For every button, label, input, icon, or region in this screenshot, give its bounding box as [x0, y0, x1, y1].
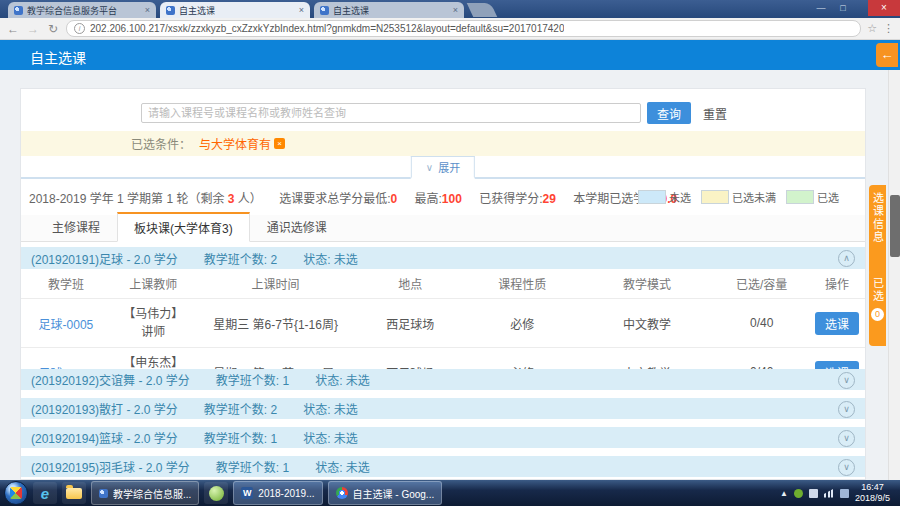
- legend-item: 已选未满: [701, 189, 776, 205]
- class-link[interactable]: 足球-0005: [39, 318, 94, 332]
- taskbar-window-document[interactable]: W 2018-2019...: [233, 481, 322, 505]
- forward-icon[interactable]: →: [26, 22, 40, 36]
- expand-icon[interactable]: ∨: [838, 430, 855, 447]
- course-title: (201920194)篮球 - 2.0 学分: [31, 429, 178, 446]
- tray-app-icon[interactable]: [809, 489, 818, 498]
- course-group-collapsed[interactable]: (201920194)篮球 - 2.0 学分 教学班个数: 1 状态: 未选 ∨: [21, 427, 865, 448]
- collapse-icon[interactable]: ∧: [838, 250, 855, 267]
- window-minimize-button[interactable]: —: [812, 1, 830, 15]
- reset-button[interactable]: 重置: [697, 102, 733, 124]
- expand-icon[interactable]: ∨: [838, 372, 855, 389]
- browser-tab-3[interactable]: 自主选课 ×: [314, 2, 464, 18]
- scrollbar-thumb[interactable]: [890, 195, 900, 257]
- taskbar-window-portal[interactable]: 教学综合信息服...: [91, 481, 199, 505]
- credit-max: 100: [442, 192, 462, 206]
- bookmark-star-icon[interactable]: ☆: [867, 22, 877, 35]
- side-tab-label: 已选: [870, 277, 886, 303]
- side-tab-course-info[interactable]: 选课信息: [869, 185, 886, 275]
- collapse-panel-arrow-button[interactable]: ←: [876, 43, 898, 67]
- tab-close-icon[interactable]: ×: [299, 5, 304, 15]
- class-count: 教学班个数: 1: [216, 371, 289, 388]
- expand-label: 展开: [438, 159, 460, 175]
- browser-tab-2[interactable]: 自主选课 ×: [160, 2, 310, 18]
- system-tray: ▲ 16:47 2018/9/5: [780, 482, 896, 505]
- col-header: 教学班: [21, 269, 111, 299]
- class-count: 教学班个数: 1: [204, 429, 277, 446]
- url-bar[interactable]: i 202.206.100.217/xsxk/zzxkyzb_cxZzxkYzb…: [66, 20, 861, 37]
- class-count: 教学班个数: 2: [204, 250, 277, 267]
- table-row: 足球-0005 【马伟力】 讲师 星期三 第6-7节{1-16周} 西足球场 必…: [21, 299, 865, 348]
- tab-major-courses[interactable]: 主修课程: [35, 212, 117, 241]
- taskbar-window-chrome[interactable]: 自主选课 - Goog...: [328, 481, 443, 505]
- search-input[interactable]: [141, 103, 641, 123]
- explorer-folder-icon[interactable]: [62, 482, 86, 504]
- tab-favicon-icon: [320, 6, 329, 15]
- course-status: 状态: 未选: [315, 458, 370, 475]
- window-maximize-button[interactable]: □: [834, 1, 852, 15]
- expand-divider: ∨ 展开: [21, 156, 865, 179]
- semester-suffix: 人）: [234, 192, 261, 206]
- selected-count-badge: 0: [871, 308, 884, 321]
- course-group-header[interactable]: (201920191)足球 - 2.0 学分 教学班个数: 2 状态: 未选 ∧: [21, 247, 865, 269]
- page-info-icon[interactable]: i: [74, 23, 85, 34]
- course-status: 状态: 未选: [303, 250, 358, 267]
- tab-block-courses[interactable]: 板块课(大学体育3): [117, 212, 250, 242]
- scrollbar[interactable]: [888, 70, 900, 480]
- earned-credits-label: 已获得学分:: [479, 192, 542, 206]
- course-title: (201920193)散打 - 2.0 学分: [31, 400, 178, 417]
- col-header: 上课教师: [111, 269, 196, 299]
- expand-icon[interactable]: ∨: [838, 401, 855, 418]
- tray-security-icon[interactable]: [794, 489, 803, 498]
- query-button[interactable]: 查询: [647, 102, 691, 124]
- legend-item: 已选: [786, 189, 839, 205]
- clock-time: 16:47: [855, 482, 890, 493]
- credit-req-label: 选课要求总学分最低:: [279, 192, 390, 206]
- back-icon[interactable]: ←: [6, 22, 20, 36]
- tab-title: 自主选课: [179, 4, 215, 17]
- start-button[interactable]: [4, 481, 28, 505]
- col-header: 上课时间: [196, 269, 356, 299]
- browser-tab-1[interactable]: 教学综合信息服务平台 ×: [8, 2, 156, 18]
- tab-favicon-icon: [166, 6, 175, 15]
- browser-menu-icon[interactable]: ⋮: [883, 22, 894, 35]
- tab-general-electives[interactable]: 通识选修课: [250, 212, 344, 241]
- taskbar-clock[interactable]: 16:47 2018/9/5: [855, 482, 896, 505]
- window-close-button[interactable]: ×: [868, 0, 900, 16]
- search-row: 查询 重置: [21, 101, 865, 125]
- tab-favicon-icon: [14, 6, 23, 15]
- course-status: 状态: 未选: [303, 400, 358, 417]
- ie-taskbar-icon[interactable]: e: [33, 482, 57, 504]
- app-header: 自主选课 ←: [0, 40, 900, 70]
- refresh-icon[interactable]: ↻: [46, 22, 60, 36]
- tab-close-icon[interactable]: ×: [145, 5, 150, 15]
- antivirus-taskbar-icon[interactable]: [204, 482, 228, 504]
- tray-volume-icon[interactable]: [840, 489, 849, 498]
- teacher-cell: 【马伟力】 讲师: [117, 305, 189, 341]
- select-course-button[interactable]: 选课: [815, 312, 859, 335]
- legend-swatch-unselected: [638, 190, 666, 204]
- course-group-collapsed[interactable]: (201920195)羽毛球 - 2.0 学分 教学班个数: 1 状态: 未选 …: [21, 456, 865, 477]
- course-group-collapsed[interactable]: (201920192)交谊舞 - 2.0 学分 教学班个数: 1 状态: 未选 …: [21, 369, 865, 390]
- taskbar: e 教学综合信息服... W 2018-2019... 自主选课 - Goog.…: [0, 480, 900, 506]
- expand-filters-button[interactable]: ∨ 展开: [411, 156, 475, 179]
- course-group-collapsed[interactable]: (201920193)散打 - 2.0 学分 教学班个数: 2 状态: 未选 ∨: [21, 398, 865, 419]
- selected-filters-label: 已选条件：: [131, 135, 191, 152]
- tab-title: 自主选课: [333, 4, 369, 17]
- course-status: 状态: 未选: [315, 371, 370, 388]
- new-tab-button[interactable]: [467, 3, 498, 17]
- tray-network-icon[interactable]: [824, 489, 834, 498]
- clock-date: 2018/9/5: [855, 493, 890, 504]
- window-favicon-icon: [99, 489, 108, 498]
- tab-close-icon[interactable]: ×: [453, 5, 458, 15]
- filter-remove-icon[interactable]: ×: [274, 138, 285, 149]
- legend-label: 未选: [669, 192, 691, 204]
- col-header: 教学模式: [580, 269, 715, 299]
- expand-icon[interactable]: ∨: [838, 459, 855, 476]
- place-cell: 西足球场: [355, 299, 465, 348]
- side-tab-selected[interactable]: 已选 0: [869, 270, 886, 346]
- course-panel: 查询 重置 已选条件： 与大学体育有 × ∨ 展开 2018-2019 学年 1…: [20, 88, 866, 480]
- tray-show-hidden-icon[interactable]: ▲: [780, 489, 788, 498]
- course-status: 状态: 未选: [303, 429, 358, 446]
- time-cell: 星期三 第6-7节{1-16周}: [196, 299, 356, 348]
- screen: 教学综合信息服务平台 × 自主选课 × 自主选课 × — □ × ← → ↻ i…: [0, 0, 900, 506]
